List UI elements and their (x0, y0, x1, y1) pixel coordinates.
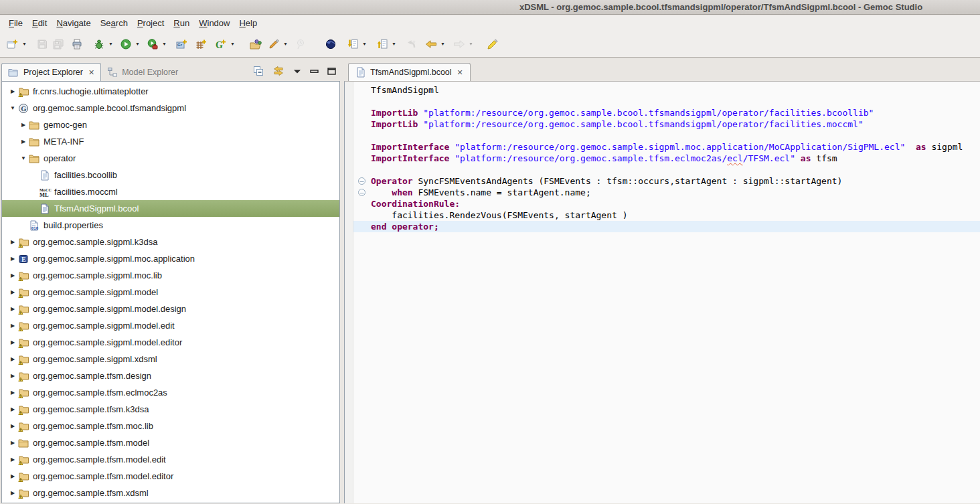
expand-arrow-icon[interactable]: ▶ (7, 390, 18, 396)
expand-arrow-icon[interactable]: ▶ (7, 373, 18, 379)
expand-arrow-icon[interactable]: ▶ (7, 440, 18, 446)
tab-tfsmandsigpml-bcool[interactable]: TfsmAndSigpml.bcool ✕ (348, 63, 471, 81)
external-tools-dropdown[interactable]: ▼ (161, 35, 168, 53)
tree-item[interactable]: ▼operator (2, 150, 339, 167)
code-editor[interactable]: TfsmAndSigpmlImportLib "platform:/resour… (353, 82, 980, 503)
run-button[interactable] (117, 35, 134, 53)
expand-arrow-icon[interactable]: ▶ (7, 456, 18, 463)
save-all-button[interactable] (50, 35, 67, 53)
tree-item[interactable]: ▶org.gemoc.sample.tfsm.moc.lib (2, 418, 339, 434)
expand-arrow-icon[interactable]: ▶ (7, 306, 18, 312)
tree-item[interactable]: ▶META-INF (2, 133, 339, 150)
annotation-ruler[interactable] (345, 82, 353, 503)
close-icon[interactable]: ✕ (456, 68, 463, 77)
tree-item[interactable]: ▶org.gemoc.sample.tfsm.model.edit (2, 451, 339, 468)
previous-annotation-dropdown[interactable]: ▼ (390, 35, 398, 53)
expand-arrow-icon[interactable]: ▶ (18, 139, 29, 145)
collapse-arrow-icon[interactable]: ▼ (7, 105, 18, 111)
tree-item[interactable]: 010build.properties (2, 217, 339, 234)
tree-item[interactable]: MoCCMLfacilities.moccml (2, 183, 339, 200)
save-button[interactable] (33, 35, 50, 53)
new-button[interactable] (4, 35, 21, 53)
expand-arrow-icon[interactable]: ▶ (18, 122, 29, 128)
forward-button[interactable] (451, 35, 467, 53)
highlighter-button[interactable] (484, 35, 501, 53)
debug-dropdown[interactable]: ▼ (107, 35, 114, 53)
tree-item[interactable]: facilities.bcoollib (2, 167, 339, 183)
tree-item[interactable]: ▶org.gemoc.sample.sigpml.model.edit (2, 317, 339, 334)
forward-dropdown[interactable]: ▼ (467, 35, 475, 53)
close-icon[interactable]: ✕ (87, 68, 94, 77)
tab-model-explorer[interactable]: Model Explorer (101, 63, 184, 81)
project-tree[interactable]: ▶fr.cnrs.luchogie.ultimateplotter▼Gorg.g… (1, 81, 340, 503)
tree-item[interactable]: ▶org.gemoc.sample.tfsm.model.editor (2, 468, 339, 485)
tree-item[interactable]: ▶org.gemoc.sample.tfsm.xdsml (2, 485, 339, 501)
tree-item[interactable]: ▶org.gemoc.sample.tfsm.eclmoc2as (2, 384, 339, 401)
print-button[interactable] (68, 35, 85, 53)
expand-arrow-icon[interactable]: ▶ (7, 323, 18, 329)
next-annotation-button[interactable] (344, 35, 361, 53)
view-menu-button[interactable] (293, 68, 301, 74)
expand-arrow-icon[interactable]: ▶ (7, 256, 18, 262)
menu-edit[interactable]: Edit (27, 17, 52, 29)
code-line (353, 164, 980, 175)
expand-arrow-icon[interactable]: ▶ (7, 339, 18, 345)
tree-item[interactable]: ▶org.gemoc.sample.sigpml.k3dsa (2, 234, 339, 250)
menu-window[interactable]: Window (194, 17, 234, 29)
tree-item[interactable]: ▶org.gemoc.sample.sigpml.moc.lib (2, 267, 339, 284)
fold-collapse-icon[interactable]: – (358, 177, 365, 185)
run-dropdown[interactable]: ▼ (134, 35, 141, 53)
menu-search[interactable]: Search (96, 17, 133, 29)
expand-arrow-icon[interactable]: ▶ (7, 423, 18, 429)
new-plugin-project-button[interactable] (193, 35, 210, 53)
previous-annotation-button[interactable] (374, 35, 390, 53)
tree-item[interactable]: ▶org.gemoc.sample.tfsm.k3dsa (2, 401, 339, 418)
back-button[interactable] (422, 35, 439, 53)
tree-item[interactable]: ▶fr.cnrs.luchogie.ultimateplotter (2, 83, 339, 100)
search-history-button[interactable] (292, 35, 309, 53)
menu-project[interactable]: Project (133, 17, 169, 29)
new-dropdown[interactable]: ▼ (21, 35, 28, 53)
expand-arrow-icon[interactable]: ▶ (7, 272, 18, 278)
open-element-button[interactable] (247, 35, 264, 53)
menu-navigate[interactable]: Navigate (52, 17, 95, 29)
expand-arrow-icon[interactable]: ▶ (7, 239, 18, 245)
collapse-all-button[interactable] (253, 66, 264, 76)
new-gemoc-project-dropdown[interactable]: ▼ (229, 35, 236, 53)
expand-arrow-icon[interactable]: ▶ (7, 289, 18, 295)
expand-arrow-icon[interactable]: ▶ (7, 490, 18, 496)
expand-arrow-icon[interactable]: ▶ (7, 406, 18, 412)
tree-item[interactable]: ▶org.gemoc.sample.sigpml.xdsml (2, 351, 339, 367)
external-tools-button[interactable] (144, 35, 161, 53)
marker-button[interactable] (265, 35, 282, 53)
minimize-button[interactable] (310, 68, 319, 74)
debug-button[interactable] (90, 35, 107, 53)
tree-item[interactable]: ▶org.gemoc.sample.sigpml.model.editor (2, 334, 339, 351)
tree-item[interactable]: ▶org.gemoc.sample.sigpml.model (2, 284, 339, 301)
tree-item[interactable]: ▶org.gemoc.sample.tfsm.design (2, 367, 339, 384)
marker-dropdown[interactable]: ▼ (282, 35, 289, 53)
open-web-browser-button[interactable] (322, 35, 339, 53)
tree-item[interactable]: ▶gemoc-gen (2, 116, 339, 133)
tree-item[interactable]: ▶org.gemoc.sample.tfsm.model (2, 434, 339, 451)
last-edit-location-button[interactable] (403, 35, 420, 53)
new-gemoc-project-button[interactable]: G (212, 35, 229, 53)
next-annotation-dropdown[interactable]: ▼ (361, 35, 368, 53)
back-dropdown[interactable]: ▼ (439, 35, 446, 53)
menu-help[interactable]: Help (234, 17, 262, 29)
menu-file[interactable]: File (4, 17, 27, 29)
tree-item[interactable]: ▶org.gemoc.sample.sigpml.model.design (2, 301, 339, 317)
new-modeling-project-button[interactable]: Gr (173, 35, 190, 53)
expand-arrow-icon[interactable]: ▶ (7, 356, 18, 362)
maximize-button[interactable] (327, 68, 336, 75)
tree-item[interactable]: TfsmAndSigpml.bcool (2, 200, 339, 217)
expand-arrow-icon[interactable]: ▶ (7, 473, 18, 479)
collapse-arrow-icon[interactable]: ▼ (18, 155, 29, 161)
link-with-editor-button[interactable] (272, 66, 284, 76)
expand-arrow-icon[interactable]: ▶ (7, 88, 18, 94)
tab-project-explorer[interactable]: Project Explorer ✕ (1, 63, 101, 81)
tree-item[interactable]: ▼Gorg.gemoc.sample.bcool.tfsmandsigpml (2, 100, 339, 116)
menu-run[interactable]: Run (169, 17, 194, 29)
tree-item[interactable]: ▶Eorg.gemoc.sample.sigpml.moc.applicatio… (2, 250, 339, 267)
fold-collapse-icon[interactable]: – (358, 189, 365, 196)
